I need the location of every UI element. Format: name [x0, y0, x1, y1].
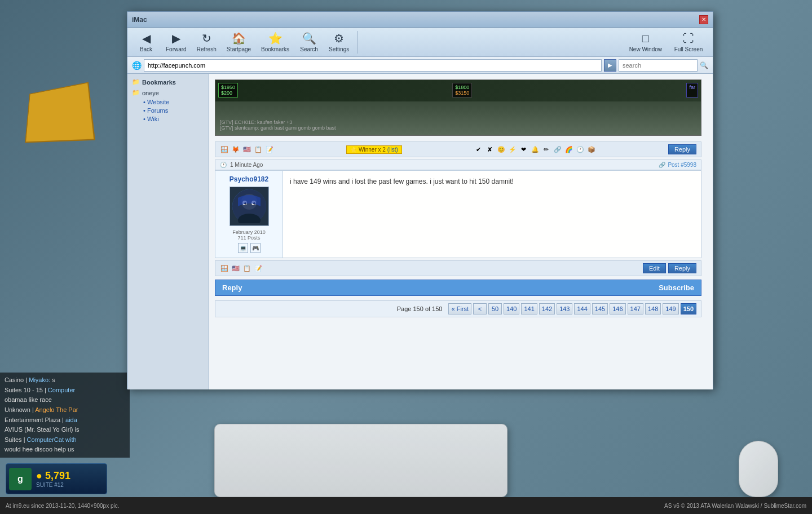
nav-forward-button[interactable]: ▶ Forward — [161, 29, 191, 55]
reply-button-top[interactable]: Reply — [668, 144, 696, 154]
edit-button[interactable]: Edit — [643, 263, 666, 273]
post-text: i have 149 wins and i lost the past few … — [290, 178, 694, 185]
nav-refresh-button[interactable]: ↻ Refresh — [192, 29, 221, 55]
page-btn-143[interactable]: 143 — [557, 303, 572, 314]
chat-line-4: Unknown | Angelo The Par — [5, 405, 125, 415]
post-badges: 💻 🎮 — [220, 243, 278, 253]
winner-badge: ⭐ Winner x 2 (list) — [346, 145, 402, 154]
browser-close-button[interactable]: ✕ — [699, 15, 708, 24]
refresh-icon: ↻ — [202, 32, 211, 45]
browser-window: iMac ✕ ◀ Back ▶ Forward ↻ Refresh 🏠 Star… — [127, 11, 713, 389]
settings-icon: ⚙ — [334, 32, 344, 45]
nav-fullscreen-button[interactable]: ⛶ Full Screen — [669, 30, 708, 55]
nav-refresh-label: Refresh — [197, 46, 217, 52]
page-prev-button[interactable]: < — [473, 303, 487, 314]
nav-settings-button[interactable]: ⚙ Settings — [324, 29, 354, 55]
post-number[interactable]: Post #5998 — [668, 162, 696, 168]
bm-folder-oneye[interactable]: 📁 oneye — [132, 89, 204, 96]
firefox-icon: 🦊 — [231, 145, 240, 154]
chat-line-7: Suites | ComputerCat with — [5, 435, 125, 445]
gtower-suite: SUITE #12 — [36, 482, 70, 488]
gtower-info: ● 5,791 SUITE #12 — [36, 470, 70, 488]
mouse — [739, 441, 778, 497]
page-btn-141[interactable]: 141 — [521, 303, 537, 314]
page-btn-50[interactable]: 50 — [488, 303, 502, 314]
bm-item-wiki[interactable]: • Wiki — [143, 116, 204, 122]
bm-item-website[interactable]: • Website — [143, 99, 204, 105]
rating-icon-5[interactable]: ✏ — [542, 145, 551, 154]
browser-search-input[interactable] — [619, 59, 698, 72]
chat-line-6: AVIUS (Mr. Steal Yo Girl) is — [5, 425, 125, 435]
page-btn-149[interactable]: 149 — [663, 303, 678, 314]
browser-titlebar: iMac ✕ — [127, 12, 713, 28]
reply-button-bottom[interactable]: Reply — [668, 263, 696, 273]
page-btn-144[interactable]: 144 — [574, 303, 590, 314]
nav-startpage-button[interactable]: 🏠 Startpage — [222, 29, 255, 55]
nav-new-window-button[interactable]: □ New Window — [625, 30, 667, 55]
page-first-button[interactable]: « First — [448, 303, 471, 314]
keyboard — [214, 424, 508, 497]
windows-icon: 🪟 — [220, 145, 229, 154]
page-btn-140[interactable]: 140 — [504, 303, 519, 314]
nav-bookmarks-button[interactable]: ⭐ Bookmarks — [257, 29, 294, 55]
check-icon[interactable]: ✔ — [474, 145, 483, 154]
gtower-coins-icon: ● — [36, 470, 42, 481]
nav-settings-label: Settings — [329, 46, 349, 52]
browser-body: 📁 Bookmarks 📁 oneye • Website • Forums •… — [127, 74, 713, 389]
new-window-icon: □ — [642, 32, 649, 45]
post-author-column: Psycho9182 — [215, 171, 283, 258]
bottom-windows-icon: 🪟 — [220, 264, 229, 273]
chat-line-3: obamaa like race — [5, 395, 125, 405]
bm-item-forums[interactable]: • Forums — [143, 107, 204, 114]
nav-back-button[interactable]: ◀ Back — [132, 29, 160, 55]
x-icon[interactable]: ✘ — [486, 145, 495, 154]
bookmarks-sidebar: 📁 Bookmarks 📁 oneye • Website • Forums •… — [127, 74, 209, 389]
footer-bar: At im9.eu since 2013-11-20, 1440×900px p… — [0, 497, 812, 514]
post-author-name[interactable]: Psycho9182 — [220, 175, 278, 183]
post-icon-5: 📝 — [265, 145, 274, 154]
gtower-widget[interactable]: g ● 5,791 SUITE #12 — [6, 463, 107, 494]
browser-navbar: ◀ Back ▶ Forward ↻ Refresh 🏠 Startpage ⭐… — [127, 28, 713, 57]
page-btn-147[interactable]: 147 — [628, 303, 643, 314]
browser-title: iMac — [132, 16, 147, 24]
game-hud: $1950 $200 $1800 $3150 far — [218, 83, 698, 98]
reply-bar-link[interactable]: Reply — [222, 283, 242, 292]
winner-list-link[interactable]: (list) — [387, 147, 398, 153]
post-controls-row: 🪟 🦊 🇺🇸 📋 📝 ⭐ Winner x 2 (list) ✔ ✘ — [215, 141, 701, 157]
page-btn-150-active[interactable]: 150 — [681, 303, 696, 314]
post-link-icon: 🔗 — [659, 162, 665, 168]
rating-icon-2[interactable]: ⚡ — [508, 145, 517, 154]
address-input[interactable] — [144, 59, 602, 72]
gtower-coins-value: 5,791 — [45, 470, 70, 481]
rating-icon-7[interactable]: 🌈 — [564, 145, 573, 154]
bottom-icon-4: 📝 — [254, 264, 263, 273]
rating-icon-8[interactable]: 🕐 — [576, 145, 585, 154]
rating-icon-4[interactable]: 🔔 — [531, 145, 540, 154]
page-btn-142[interactable]: 142 — [539, 303, 555, 314]
search-magnifier-icon: 🔍 — [700, 61, 708, 69]
post-author-posts: 711 Posts — [220, 235, 278, 241]
rating-icon-9[interactable]: 📦 — [587, 145, 596, 154]
bottom-flag-icon: 🇺🇸 — [231, 264, 240, 273]
address-bar: 🌐 ▶ 🔍 — [127, 57, 713, 74]
game-chat-text: [GTV] ECH01E: kaufen faker +3 [GTV] slen… — [220, 119, 336, 131]
reply-subscribe-bar: Reply Subscribe — [215, 280, 701, 296]
rating-icon-3[interactable]: ❤ — [519, 145, 528, 154]
rating-icon-6[interactable]: 🔗 — [553, 145, 562, 154]
nav-fullscreen-label: Full Screen — [674, 46, 703, 52]
rating-icon-1[interactable]: 😊 — [497, 145, 506, 154]
page-btn-146[interactable]: 146 — [610, 303, 625, 314]
subscribe-link[interactable]: Subscribe — [659, 283, 694, 292]
post-bottom-controls: 🪟 🇺🇸 📋 📝 Edit Reply — [215, 260, 701, 276]
winner-star-icon: ⭐ — [350, 147, 357, 153]
page-btn-145[interactable]: 145 — [592, 303, 608, 314]
content-area: $1950 $200 $1800 $3150 far [GTV] ECH01E:… — [209, 74, 713, 389]
favicon-icon: 🌐 — [132, 61, 142, 70]
page-btn-148[interactable]: 148 — [645, 303, 661, 314]
chat-sidebar: Casino | Miyako: s Suites 10 - 15 | Comp… — [0, 373, 130, 458]
nav-search-button[interactable]: 🔍 Search — [295, 29, 323, 55]
chat-highlight-computer: Computer — [48, 387, 75, 393]
address-go-button[interactable]: ▶ — [604, 59, 616, 72]
home-icon: 🏠 — [232, 32, 246, 45]
bookmarks-icon: ⭐ — [268, 32, 283, 45]
